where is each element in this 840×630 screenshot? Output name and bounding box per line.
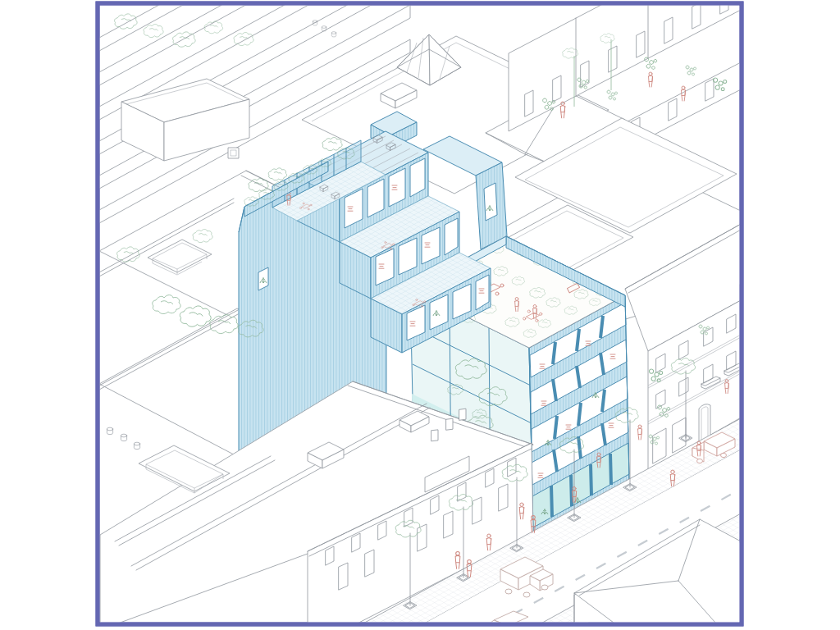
axonometric-drawing [0, 0, 840, 630]
page: Axonometric line drawing of a city block… [0, 0, 840, 630]
